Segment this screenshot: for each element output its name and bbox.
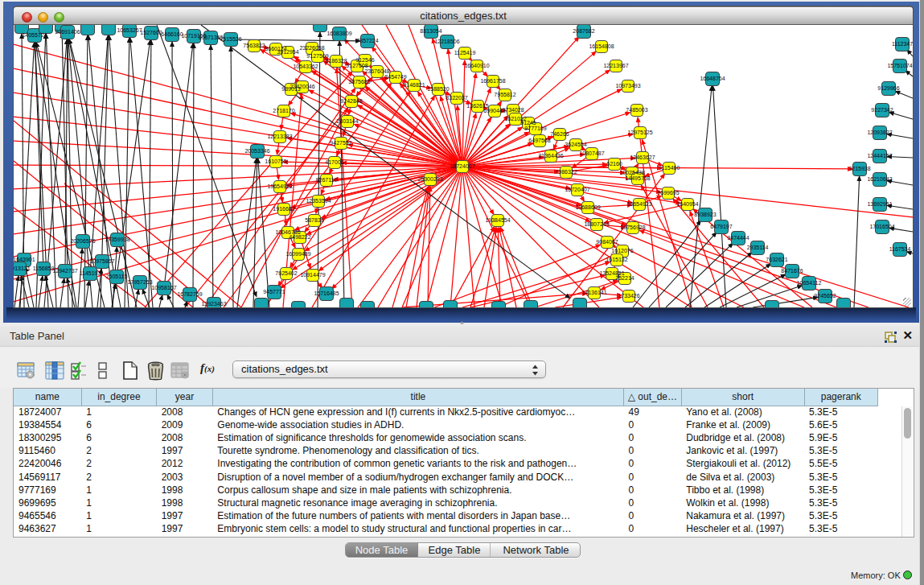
svg-text:23226058: 23226058 [299, 45, 324, 51]
svg-text:417006: 417006 [325, 159, 343, 165]
svg-text:16648764: 16648764 [700, 76, 725, 81]
svg-text:23676048: 23676048 [364, 68, 389, 74]
svg-text:12213383: 12213383 [267, 134, 292, 139]
svg-text:6497568: 6497568 [528, 138, 550, 143]
svg-text:1610755: 1610755 [265, 159, 286, 164]
svg-text:7955812: 7955812 [494, 92, 515, 97]
svg-text:3875685: 3875685 [348, 79, 370, 84]
svg-text:8471676: 8471676 [781, 268, 803, 274]
svg-text:10653267: 10653267 [117, 27, 142, 33]
svg-text:10654112: 10654112 [797, 280, 822, 286]
svg-text:18807249: 18807249 [584, 221, 609, 227]
svg-text:7357224: 7357224 [356, 38, 378, 43]
svg-text:12218506: 12218506 [434, 39, 459, 44]
svg-text:7986322: 7986322 [555, 169, 577, 175]
svg-text:13463627: 13463627 [630, 154, 655, 160]
svg-text:2935114: 2935114 [747, 245, 769, 250]
svg-text:1733426: 1733426 [618, 293, 639, 299]
svg-text:3215938: 3215938 [848, 166, 870, 171]
svg-text:16154808: 16154808 [589, 43, 614, 49]
svg-text:1612076: 1612076 [611, 248, 633, 253]
svg-text:10973493: 10973493 [615, 83, 640, 89]
svg-text:8938923: 8938923 [694, 212, 716, 217]
svg-text:14055724: 14055724 [22, 32, 47, 38]
svg-text:1145193: 1145193 [80, 270, 101, 276]
svg-text:9242848: 9242848 [340, 98, 362, 104]
svg-text:15720407: 15720407 [565, 187, 589, 192]
svg-text:16099489: 16099489 [285, 251, 310, 257]
svg-text:587833: 587833 [305, 217, 323, 223]
svg-text:1640954: 1640954 [676, 201, 698, 207]
svg-text:16961758: 16961758 [480, 78, 505, 84]
svg-text:746266: 746266 [550, 131, 569, 137]
svg-text:3912954: 3912954 [277, 49, 298, 55]
svg-text:8813054: 8813054 [420, 28, 441, 34]
svg-text:12923463: 12923463 [201, 301, 226, 307]
svg-text:3913121: 3913121 [14, 266, 31, 271]
svg-text:9146821: 9146821 [403, 82, 425, 88]
svg-text:9734028: 9734028 [502, 107, 524, 113]
svg-text:12975125: 12975125 [627, 130, 652, 135]
svg-text:1527602: 1527602 [140, 30, 162, 35]
svg-text:17957253: 17957253 [127, 279, 152, 285]
svg-text:9474444: 9474444 [727, 235, 749, 241]
svg-text:16083809: 16083809 [326, 31, 351, 36]
svg-text:12942737: 12942737 [52, 268, 77, 274]
svg-text:18724007: 18724007 [450, 163, 474, 169]
svg-text:2718170: 2718170 [273, 108, 294, 113]
svg-text:6479197: 6479197 [710, 224, 732, 229]
svg-text:9227342: 9227342 [871, 107, 893, 113]
svg-text:9777169: 9777169 [524, 126, 546, 131]
svg-text:7515526: 7515526 [220, 36, 241, 42]
svg-text:7563822: 7563822 [243, 43, 265, 48]
svg-text:1125419: 1125419 [454, 50, 476, 56]
svg-text:8454749: 8454749 [384, 74, 406, 80]
svg-text:16782759: 16782759 [177, 291, 202, 297]
svg-text:10025438: 10025438 [619, 170, 644, 175]
svg-text:19654952: 19654952 [267, 183, 292, 189]
svg-text:1167534: 1167534 [889, 246, 911, 252]
svg-text:1615132: 1615132 [606, 257, 627, 262]
svg-text:3624554: 3624554 [565, 142, 586, 147]
svg-text:7485003: 7485003 [626, 107, 647, 113]
svg-text:252214: 252214 [615, 275, 634, 281]
svg-text:14495758: 14495758 [625, 175, 650, 181]
svg-text:17016504: 17016504 [869, 224, 894, 229]
svg-text:9084067: 9084067 [596, 239, 618, 245]
svg-text:12093822: 12093822 [867, 130, 892, 135]
svg-text:12213967: 12213967 [603, 63, 628, 68]
svg-text:1112347: 1112347 [892, 41, 913, 47]
svg-text:10543362: 10543362 [293, 64, 318, 69]
svg-text:1643901: 1643901 [14, 257, 35, 262]
svg-text:16654923: 16654923 [626, 201, 651, 207]
svg-text:7632621: 7632621 [766, 257, 787, 262]
svg-text:17359938: 17359938 [105, 237, 129, 242]
svg-text:2505115: 2505115 [106, 274, 128, 279]
svg-text:15716485: 15716485 [314, 290, 339, 296]
svg-text:10688609: 10688609 [575, 204, 600, 210]
svg-text:16640910: 16640910 [464, 63, 489, 68]
svg-text:7625402: 7625402 [275, 270, 297, 276]
svg-text:10975867: 10975867 [89, 258, 114, 264]
svg-text:20206576: 20206576 [70, 238, 95, 244]
svg-text:12353594: 12353594 [306, 198, 331, 204]
svg-text:1588520: 1588520 [427, 86, 449, 92]
svg-text:9699695: 9699695 [657, 190, 679, 196]
svg-text:9127508: 9127508 [346, 63, 368, 68]
svg-text:2803144: 2803144 [336, 118, 358, 124]
svg-text:23420046: 23420046 [290, 84, 314, 89]
svg-text:19384554: 19384554 [485, 217, 510, 223]
svg-text:20691406: 20691406 [55, 29, 80, 35]
svg-text:9457771: 9457771 [263, 289, 285, 295]
svg-text:912546: 912546 [355, 57, 374, 63]
svg-text:62160: 62160 [606, 161, 622, 167]
svg-text:9427552: 9427552 [330, 140, 351, 146]
svg-text:10756928: 10756928 [620, 225, 645, 230]
svg-text:12444157: 12444157 [867, 153, 892, 159]
svg-text:6466160: 6466160 [161, 31, 183, 37]
svg-text:10958167: 10958167 [151, 285, 176, 290]
svg-text:1916682: 1916682 [273, 206, 294, 212]
svg-text:9245652: 9245652 [814, 293, 836, 299]
svg-text:8186328: 8186328 [325, 58, 347, 64]
svg-text:15751074: 15751074 [887, 63, 912, 68]
